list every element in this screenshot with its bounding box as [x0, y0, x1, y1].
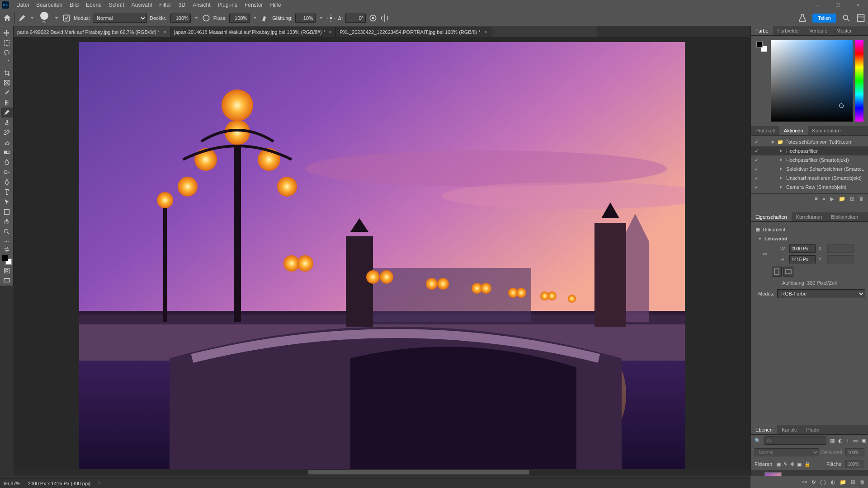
search-icon[interactable] — [842, 14, 851, 23]
current-tool-icon[interactable] — [18, 14, 27, 23]
menu-bild[interactable]: Bild — [66, 0, 82, 9]
filter-pixel-icon[interactable]: ▦ — [830, 438, 835, 444]
adjustment-icon[interactable]: ◐ — [830, 479, 835, 485]
action-newset-icon[interactable]: 📁 — [839, 196, 845, 202]
tab-verlaeufe[interactable]: Verläufe — [805, 26, 832, 35]
tab-protokoll[interactable]: Protokoll — [751, 126, 779, 135]
workspace-icon[interactable] — [856, 14, 865, 23]
crop-tool[interactable] — [1, 68, 13, 78]
lock-pos-icon[interactable]: ✥ — [790, 461, 794, 467]
menu-hilfe[interactable]: Hilfe — [267, 0, 285, 9]
action-record-icon[interactable]: ● — [822, 196, 826, 202]
action-new-icon[interactable]: ⊞ — [850, 196, 854, 202]
opacity-pressure-icon[interactable] — [202, 14, 211, 23]
menu-3d[interactable]: 3D — [175, 0, 189, 9]
dodge-tool[interactable] — [1, 167, 13, 177]
minimize-button[interactable]: ─ — [807, 0, 827, 10]
height-input[interactable] — [789, 255, 816, 263]
pen-tool[interactable] — [1, 177, 13, 187]
action-item[interactable]: ✓Selektiver Scharfzeichner (Smarto... — [751, 164, 868, 174]
wand-tool[interactable] — [1, 58, 13, 68]
portrait-icon[interactable] — [772, 267, 782, 277]
tab-pfade[interactable]: Pfade — [802, 425, 824, 434]
tab-eigenschaften[interactable]: Eigenschaften — [751, 212, 792, 221]
eyedropper-tool[interactable] — [1, 88, 13, 98]
blend-mode-select[interactable]: Normal — [93, 14, 147, 23]
tab-aktionen[interactable]: Aktionen — [779, 126, 808, 135]
menu-bearbeiten[interactable]: Bearbeiten — [33, 0, 66, 9]
action-delete-icon[interactable]: 🗑 — [859, 196, 864, 202]
quickmask-icon[interactable] — [1, 266, 13, 276]
lock-all-icon[interactable]: 🔒 — [804, 461, 811, 467]
x-input[interactable] — [827, 244, 854, 253]
smoothing-options-icon[interactable] — [326, 14, 335, 23]
flow-dropdown[interactable] — [252, 14, 258, 23]
doc-tab-3[interactable]: PXL_20230422_122623454.PORTRAIT.jpg bei … — [336, 27, 491, 37]
angle-input[interactable] — [345, 14, 366, 23]
home-icon[interactable] — [3, 14, 12, 23]
action-stop-icon[interactable]: ■ — [815, 196, 818, 202]
action-play-icon[interactable]: ▶ — [830, 196, 834, 202]
tab-farbfelder[interactable]: Farbfelder — [773, 26, 805, 35]
layer-filter-input[interactable] — [764, 436, 826, 445]
lock-pixel-icon[interactable]: ✎ — [783, 461, 788, 467]
gradient-tool[interactable] — [1, 147, 13, 157]
tab-close-icon[interactable]: × — [163, 29, 166, 35]
tab-farbe[interactable]: Farbe — [751, 26, 773, 35]
doc-tab-2[interactable]: japan-2014618 Masashi Wakui auf Pixabay.… — [170, 27, 336, 37]
link-layers-icon[interactable]: ⚯ — [802, 479, 807, 485]
color-field[interactable] — [771, 40, 853, 122]
share-button[interactable]: Teilen — [812, 14, 836, 23]
tab-bibliotheken[interactable]: Bibliotheken — [826, 212, 863, 221]
lock-trans-icon[interactable]: ▦ — [776, 461, 781, 467]
opacity-input[interactable] — [170, 14, 191, 23]
action-item[interactable]: ✓Camera Raw (Smartobjekt) — [751, 183, 868, 192]
link-icon[interactable]: ⚯ — [763, 251, 767, 257]
layer-opacity-input[interactable] — [845, 448, 864, 456]
hand-tool[interactable] — [1, 217, 13, 227]
menu-fenster[interactable]: Fenster — [241, 0, 267, 9]
path-select-tool[interactable] — [1, 197, 13, 207]
zoom-tool[interactable] — [1, 227, 13, 237]
close-button[interactable]: ✕ — [848, 0, 868, 10]
menu-plugins[interactable]: Plug-ins — [214, 0, 241, 9]
action-set[interactable]: ✓📁Fotos schärfen von TutKit.com — [751, 137, 868, 146]
hue-slider[interactable] — [855, 40, 863, 122]
filter-adjust-icon[interactable]: ◐ — [838, 438, 843, 444]
status-caret[interactable]: 〉 — [98, 480, 103, 487]
flow-input[interactable] — [229, 14, 250, 23]
zoom-level[interactable]: 66,67% — [4, 481, 20, 486]
y-input[interactable] — [827, 255, 854, 263]
frame-tool[interactable] — [1, 78, 13, 88]
edit-toolbar[interactable]: ⋯ — [1, 237, 13, 247]
mask-icon[interactable]: ◯ — [820, 479, 826, 485]
group-icon[interactable]: 📁 — [840, 479, 846, 485]
blur-tool[interactable] — [1, 157, 13, 167]
menu-auswahl[interactable]: Auswahl — [128, 0, 156, 9]
menu-ansicht[interactable]: Ansicht — [189, 0, 214, 9]
size-pressure-icon[interactable] — [368, 14, 377, 23]
tab-korrekturen[interactable]: Korrekturen — [792, 212, 826, 221]
lock-artboard-icon[interactable]: ▣ — [797, 461, 802, 467]
stamp-tool[interactable] — [1, 117, 13, 127]
landscape-icon[interactable] — [783, 267, 793, 277]
brush-settings-icon[interactable] — [62, 14, 71, 23]
move-tool[interactable] — [1, 28, 13, 38]
eraser-tool[interactable] — [1, 137, 13, 147]
width-input[interactable] — [789, 244, 816, 253]
panel-color-swatches[interactable] — [755, 40, 768, 53]
airbrush-icon[interactable] — [260, 14, 269, 23]
maximize-button[interactable]: ☐ — [827, 0, 848, 10]
history-brush-tool[interactable] — [1, 127, 13, 137]
swap-colors-icon[interactable] — [1, 247, 13, 252]
smoothing-input[interactable] — [295, 14, 316, 23]
tab-close-icon[interactable]: × — [484, 29, 487, 35]
menu-ebene[interactable]: Ebene — [82, 0, 105, 9]
shape-tool[interactable] — [1, 207, 13, 217]
tab-kommentare[interactable]: Kommentare — [808, 126, 845, 135]
tool-preset-dropdown[interactable] — [29, 14, 35, 23]
section-leinwand[interactable]: Leinwand — [764, 236, 788, 241]
smoothing-dropdown[interactable] — [318, 14, 324, 23]
canvas[interactable] — [14, 37, 750, 475]
action-item[interactable]: ✓Hochpassfilter — [751, 146, 868, 155]
